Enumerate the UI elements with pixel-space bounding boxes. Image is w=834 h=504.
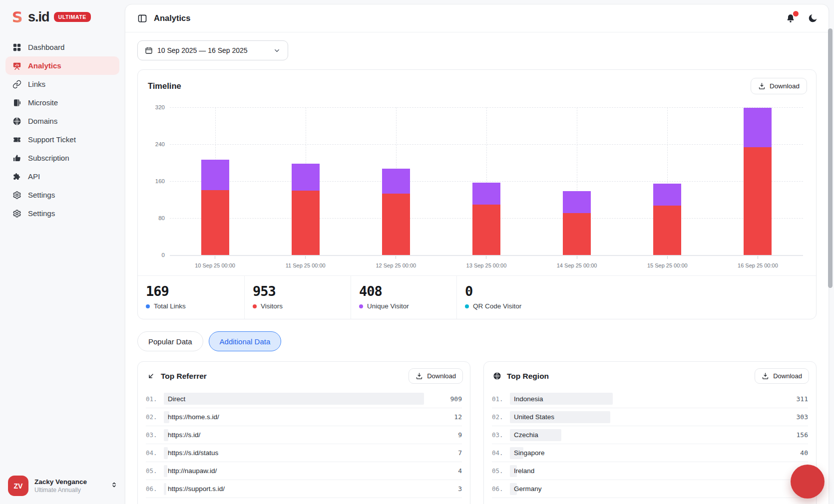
gear-icon bbox=[12, 209, 21, 218]
list-item: 05.http://naupaw.id/4 bbox=[146, 462, 462, 480]
notifications-button[interactable] bbox=[785, 12, 797, 24]
main-card: Analytics 10 Sep 2025 — 16 Sep 2025 bbox=[125, 4, 829, 504]
sidebar-item-domains[interactable]: Domains bbox=[5, 112, 119, 130]
content: 10 Sep 2025 — 16 Sep 2025 Timeline Downl… bbox=[125, 32, 829, 504]
sidebar-item-label: Analytics bbox=[28, 61, 61, 70]
bar-visitors bbox=[292, 191, 320, 255]
chart-column bbox=[532, 107, 622, 255]
domains-globe-icon bbox=[12, 116, 21, 126]
presentation-chart-icon bbox=[12, 61, 21, 70]
item-label: Ireland bbox=[510, 467, 534, 475]
chevron-up-down-icon bbox=[110, 481, 118, 491]
sidebar-item-label: API bbox=[28, 172, 40, 181]
stat-dot bbox=[359, 304, 363, 308]
rank-number: 02. bbox=[492, 413, 510, 421]
item-label: https://s.id/ bbox=[164, 431, 200, 439]
list-item: 03.Czechia156 bbox=[492, 426, 808, 444]
sidebar-item-subscription[interactable]: Subscription bbox=[5, 149, 119, 167]
sidebar-item-settings[interactable]: Settings bbox=[5, 186, 119, 204]
sidebar-item-label: Settings bbox=[28, 209, 55, 218]
notification-dot bbox=[793, 11, 799, 16]
rank-number: 03. bbox=[492, 431, 510, 439]
list-item: 01.Indonesia311 bbox=[492, 390, 808, 408]
page-title: Analytics bbox=[154, 13, 190, 23]
item-label: https://home.s.id/ bbox=[164, 413, 219, 421]
timeline-download-button[interactable]: Download bbox=[751, 78, 807, 94]
value-bar-area: https://home.s.id/ bbox=[164, 411, 435, 423]
stat-visitors: 953 Visitors bbox=[245, 276, 351, 319]
stat-qr-code-visitor: 0 QR Code Visitor bbox=[457, 276, 816, 319]
brand-name: s.id bbox=[28, 9, 49, 25]
value-bar-area: http://naupaw.id/ bbox=[164, 465, 435, 477]
bar-unique-visitor bbox=[292, 164, 320, 191]
sidebar-item-support-ticket[interactable]: Support Ticket bbox=[5, 130, 119, 149]
item-label: Direct bbox=[164, 395, 185, 403]
panel-toggle-icon[interactable] bbox=[136, 12, 148, 24]
sidebar-item-api[interactable]: API bbox=[5, 167, 119, 186]
item-value: 4 bbox=[441, 467, 462, 475]
item-label: Singapore bbox=[510, 449, 545, 457]
dark-mode-toggle[interactable] bbox=[807, 12, 819, 24]
grid-icon bbox=[12, 42, 21, 52]
sidebar-item-analytics[interactable]: Analytics bbox=[5, 56, 119, 75]
sidebar-item-microsite[interactable]: Microsite bbox=[5, 93, 119, 112]
sidebar-item-links[interactable]: Links bbox=[5, 75, 119, 93]
list-item: 06.https://support.s.id/3 bbox=[146, 480, 462, 498]
brand[interactable]: S s.id ULTIMATE bbox=[0, 7, 125, 27]
tab-additional-data[interactable]: Additional Data bbox=[209, 331, 282, 351]
value-bar-area: https://support.s.id/ bbox=[164, 483, 435, 495]
rank-number: 06. bbox=[492, 485, 510, 493]
sidebar-item-settings[interactable]: Settings bbox=[5, 204, 119, 223]
date-range-picker[interactable]: 10 Sep 2025 — 16 Sep 2025 bbox=[137, 40, 288, 60]
item-label: United States bbox=[510, 413, 554, 421]
region-download-button[interactable]: Download bbox=[755, 368, 809, 384]
item-label: Czechia bbox=[510, 431, 538, 439]
list-item: 03.https://s.id/9 bbox=[146, 426, 462, 444]
value-bar-area: Ireland bbox=[510, 465, 781, 477]
referrer-download-button[interactable]: Download bbox=[409, 368, 463, 384]
y-axis-label: 0 bbox=[162, 252, 165, 258]
globe-icon bbox=[493, 372, 502, 381]
calendar-icon bbox=[145, 46, 153, 54]
link-icon bbox=[12, 79, 21, 89]
user-menu[interactable]: ZV Zacky Vengance Ultimate Annually bbox=[8, 476, 118, 496]
item-label: http://naupaw.id/ bbox=[164, 467, 217, 475]
main-area: Analytics 10 Sep 2025 — 16 Sep 2025 bbox=[125, 0, 834, 504]
top-referrer-card: Top Referrer Download 01.Direct90902.htt… bbox=[137, 361, 470, 504]
plan-badge: ULTIMATE bbox=[54, 12, 91, 22]
item-value: 303 bbox=[787, 413, 808, 421]
app-root: S s.id ULTIMATE DashboardAnalyticsLinksM… bbox=[0, 0, 834, 504]
list-item-partial bbox=[492, 498, 808, 504]
stacked-bar bbox=[292, 107, 320, 255]
sidebar-item-dashboard[interactable]: Dashboard bbox=[5, 38, 119, 56]
chat-fab-button[interactable] bbox=[791, 465, 825, 499]
scrollbar-thumb[interactable] bbox=[828, 28, 833, 288]
sidebar-item-label: Settings bbox=[28, 191, 55, 199]
x-axis-label: 11 Sep 25 00:00 bbox=[260, 256, 351, 275]
bar-unique-visitor bbox=[382, 169, 410, 194]
bar-unique-visitor bbox=[201, 160, 229, 190]
stat-value: 953 bbox=[253, 283, 351, 299]
timeline-chart: 080160240320 10 Sep 25 00:0011 Sep 25 00… bbox=[138, 94, 816, 275]
item-value: 12 bbox=[441, 413, 462, 421]
bar-unique-visitor bbox=[472, 183, 500, 205]
date-range-value: 10 Sep 2025 — 16 Sep 2025 bbox=[157, 46, 248, 54]
tab-popular-data[interactable]: Popular Data bbox=[137, 331, 203, 351]
sidebar-item-label: Dashboard bbox=[28, 43, 64, 51]
stats-row: 169 Total Links 953 Visitors 408 Unique … bbox=[138, 275, 816, 319]
stacked-bar bbox=[563, 107, 591, 255]
puzzle-icon bbox=[12, 172, 21, 181]
value-bar-area: Direct bbox=[164, 393, 435, 405]
chart-columns bbox=[170, 107, 803, 255]
chart-column bbox=[713, 107, 803, 255]
timeline-title: Timeline bbox=[148, 81, 181, 91]
stat-total-links: 169 Total Links bbox=[138, 276, 245, 319]
list-item: 06.Germany bbox=[492, 480, 808, 498]
x-axis-label: 16 Sep 25 00:00 bbox=[713, 256, 803, 275]
x-axis-label: 10 Sep 25 00:00 bbox=[170, 256, 260, 275]
sidebar-item-label: Links bbox=[28, 80, 45, 88]
gear-icon bbox=[12, 190, 21, 200]
card-title: Top Referrer bbox=[161, 372, 409, 381]
stat-value: 0 bbox=[465, 283, 816, 299]
value-bar-area: Germany bbox=[510, 483, 781, 495]
